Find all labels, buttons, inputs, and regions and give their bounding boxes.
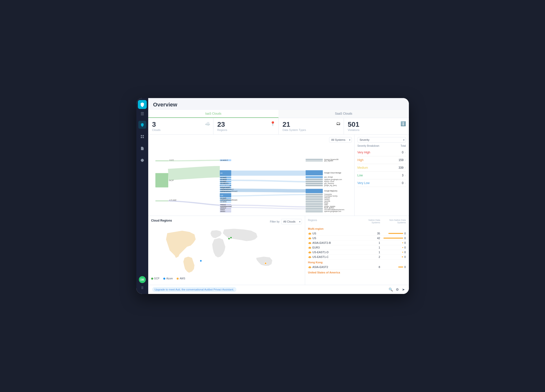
region-us-1-name: US (308, 232, 359, 235)
severity-row-low[interactable]: Low 3 › (357, 172, 406, 179)
clouds-icon: ☁️ (205, 121, 210, 126)
low-label: Low (357, 174, 363, 177)
azure-dot (163, 278, 165, 280)
tabs-bar: IaaS Clouds SaaS Clouds (148, 110, 409, 118)
data-systems-label: Data System Types (283, 128, 340, 131)
svg-rect-85 (306, 209, 323, 211)
svg-rect-57 (306, 179, 323, 180)
legend-azure-label: Azure (166, 277, 173, 280)
menu-icon[interactable]: ☰ (141, 112, 144, 116)
filter-action-icon[interactable]: ⚙ (396, 288, 399, 291)
very-low-count: 0 (402, 181, 403, 185)
col-native: Native DataSystems (360, 219, 380, 224)
cloud-icon-gcp6 (308, 256, 312, 258)
map-legend: GCP Azure AWS (151, 277, 302, 280)
clouds-filter[interactable]: All Clouds AWS GCP Azure (281, 219, 302, 224)
very-high-count: 0 (402, 151, 403, 154)
region-useast1d-bar (402, 252, 403, 253)
very-high-chevron: › (405, 151, 406, 154)
region-us-1-bar (388, 233, 403, 234)
svg-rect-0 (141, 135, 142, 136)
svg-text:Google BigQuery: Google BigQuery (324, 190, 337, 192)
svg-rect-81 (306, 206, 323, 207)
sidebar-item-docs[interactable] (138, 144, 146, 152)
low-right: 3 › (402, 174, 406, 177)
region-useast1c-native: 0 (404, 255, 406, 258)
medium-chevron: › (405, 166, 406, 169)
svg-text:spanner.googleapis.com: spanner.googleapis.com (324, 210, 341, 212)
region-asia-bar (402, 242, 403, 243)
svg-rect-77 (306, 203, 323, 204)
bottom-bar-right: 🔍 ⚙ ➤ (389, 288, 405, 291)
apps-grid-icon[interactable]: ⠿ (141, 286, 144, 290)
bottom-bar-left: Upgrade to meet Auti, the conversational… (152, 287, 237, 292)
severity-row-high[interactable]: High 159 › (357, 156, 406, 164)
svg-text:westus: westus (220, 210, 225, 212)
sidebar-item-settings[interactable] (138, 156, 146, 164)
stat-regions: 23 Regions 📍 (213, 118, 279, 134)
svg-point-90 (230, 237, 232, 239)
very-low-label: Very Low (357, 181, 370, 185)
violations-number: 501 (348, 121, 405, 128)
severity-row-very-high[interactable]: Very High 0 › (357, 149, 406, 156)
very-low-chevron: › (405, 182, 406, 185)
region-us-1-count: 35 (360, 232, 380, 235)
svg-text:australiacentral2: australiacentral2 (220, 206, 232, 207)
svg-text:gcp_bigtable: gcp_bigtable (324, 160, 333, 162)
region-asiaeast2-bar-cell: 0 (381, 266, 406, 268)
cloud-icon-gcp2 (308, 237, 312, 239)
sidebar-item-shield[interactable] (138, 121, 146, 129)
high-chevron: › (405, 159, 406, 162)
severity-filter-wrapper[interactable]: Severity Cloud Region (357, 137, 406, 143)
region-eur3-name: EUR3 (308, 246, 359, 249)
region-useast1d-name: US-EAST1-D (308, 251, 359, 254)
section-usa: United States of America (308, 269, 406, 275)
cloud-icon-gcp (308, 232, 312, 235)
sankey-svg: AWS GCP AZURE us-west-2 us (151, 144, 352, 213)
section-hong-kong: Hong Kong (308, 259, 406, 265)
severity-row-medium[interactable]: Medium 339 › (357, 164, 406, 172)
clouds-filter-wrapper[interactable]: All Clouds AWS GCP Azure (281, 219, 302, 224)
systems-filter-wrapper[interactable]: All Systems AWS GCP Azure (329, 137, 352, 143)
tab-iaas[interactable]: IaaS Clouds (148, 110, 279, 118)
region-asia-native: 0 (404, 241, 406, 244)
legend-aws-label: AWS (180, 277, 185, 280)
svg-rect-49 (306, 159, 323, 160)
region-asiaeast2-native: 0 (404, 266, 406, 268)
region-row-eur3: EUR3 1 0 (308, 245, 406, 250)
severity-row-very-low[interactable]: Very Low 0 › (357, 179, 406, 187)
svg-text:northamerica-northeast1: northamerica-northeast1 (220, 199, 237, 201)
regions-icon: 📍 (270, 121, 275, 126)
legend-gcp: GCP (151, 277, 160, 280)
medium-count: 339 (398, 166, 403, 169)
search-action-icon[interactable]: 🔍 (389, 288, 393, 291)
region-useast1d-count: 1 (360, 251, 380, 254)
systems-filter[interactable]: All Systems AWS GCP Azure (329, 137, 352, 143)
user-avatar[interactable]: DB (139, 276, 146, 283)
send-action-icon[interactable]: ➤ (402, 288, 405, 291)
svg-text:us-west-2: us-west-2 (220, 159, 228, 161)
severity-filter[interactable]: Severity Cloud Region (357, 137, 406, 143)
region-us-2-native: 0 (404, 237, 406, 240)
region-eur3-label: EUR3 (313, 246, 320, 249)
high-count: 159 (398, 158, 403, 162)
sidebar-item-dashboard[interactable] (138, 133, 146, 141)
svg-text:us-east3: us-east3 (220, 177, 226, 178)
region-asiaeast2-name: ASIA-EAST2 (308, 266, 359, 268)
svg-text:Google Cloud Storage: Google Cloud Storage (324, 172, 341, 174)
regions-label: Regions (217, 128, 274, 131)
cloud-icon-gcp7 (308, 266, 312, 268)
region-asia-label: ASIA-EAST2-B (313, 241, 331, 244)
dashboard-area: All Systems AWS GCP Azure AWS (148, 135, 409, 216)
severity-total-label: Total (400, 144, 406, 147)
region-us-2-bar (383, 238, 403, 239)
svg-rect-59 (306, 181, 323, 182)
section-multi-region: Multi-region (308, 226, 406, 231)
data-systems-icon: 🗂 (336, 121, 341, 126)
world-map-container (151, 226, 302, 275)
svg-rect-75 (306, 201, 323, 202)
tab-saas[interactable]: SaaS Clouds (278, 110, 409, 118)
region-us-1-label: US (313, 232, 316, 235)
app-logo[interactable] (138, 100, 147, 109)
svg-rect-3 (143, 137, 144, 138)
